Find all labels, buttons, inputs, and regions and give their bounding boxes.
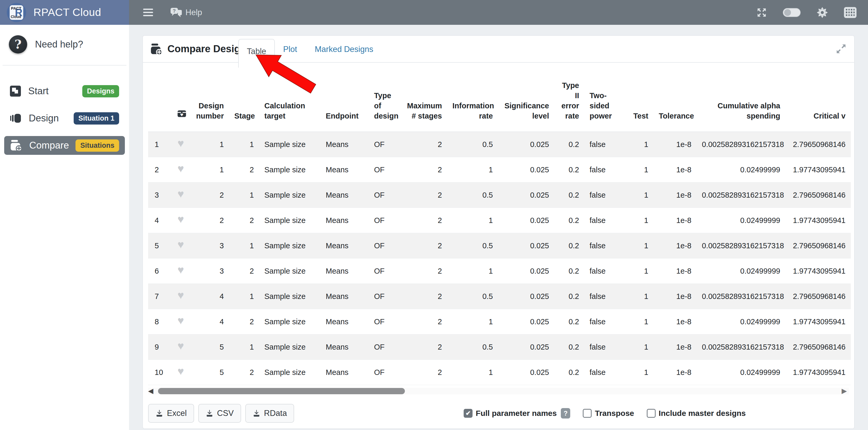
help-label: Help <box>185 8 202 17</box>
cell-critical-values: 2.79650968146 <box>785 284 851 309</box>
menu-icon[interactable] <box>143 9 153 16</box>
heart-icon[interactable]: ♥ <box>178 188 184 200</box>
checkbox-include-master-designs[interactable]: Include master designs <box>647 409 746 418</box>
theme-toggle[interactable] <box>783 8 801 17</box>
table-header-row: ♥ Design numberStageCalculation targetEn… <box>148 78 851 132</box>
scrollbar-thumb[interactable] <box>158 388 405 394</box>
heart-icon[interactable]: ♥ <box>178 213 184 225</box>
cell-endpoint: Means <box>320 334 369 360</box>
checkbox-unchecked-icon[interactable] <box>647 409 656 418</box>
checkbox-transpose[interactable]: Transpose <box>583 409 634 418</box>
sidebar-item-design[interactable]: Design Situation 1 <box>4 109 125 128</box>
table-row[interactable]: 5♥31Sample sizeMeansOF20.50.0250.2false1… <box>148 233 851 259</box>
col-header-type-2-error-rate[interactable]: Type II error rate <box>554 78 584 132</box>
heart-icon[interactable]: ♥ <box>178 315 184 327</box>
cell-significance-level: 0.025 <box>498 132 554 157</box>
table-options: ✔Full parameter names?TransposeInclude m… <box>464 408 746 419</box>
cell-stage: 2 <box>229 360 259 385</box>
table-row[interactable]: 1♥11Sample sizeMeansOF20.50.0250.2false1… <box>148 132 851 157</box>
table-row[interactable]: 6♥32Sample sizeMeansOF210.0250.2false11e… <box>148 259 851 284</box>
checkbox-checked-icon[interactable]: ✔ <box>464 409 472 418</box>
fullscreen-icon[interactable] <box>756 7 767 18</box>
cell-cumulative-alpha-spending: 0.02499999 <box>696 259 785 284</box>
cell-test: 1 <box>627 259 654 284</box>
table-row[interactable]: 3♥21Sample sizeMeansOF20.50.0250.2false1… <box>148 183 851 208</box>
expand-card-icon[interactable] <box>835 42 847 55</box>
export-rdata-button[interactable]: RData <box>245 404 294 423</box>
grid-columns-icon[interactable] <box>844 7 857 18</box>
cell-tolerance: 1e-8 <box>654 157 696 183</box>
cell-information-rate: 0.5 <box>447 284 498 309</box>
col-header-type-of-design[interactable]: Type of design <box>369 78 400 132</box>
tab-table[interactable]: Table <box>238 39 275 68</box>
heart-icon[interactable]: ♥ <box>178 238 184 251</box>
heart-icon[interactable]: ♥ <box>178 365 184 377</box>
tab-marked-designs[interactable]: Marked Designs <box>315 36 373 63</box>
heart-icon[interactable]: ♥ <box>178 340 184 352</box>
col-header-calculation-target[interactable]: Calculation target <box>259 78 320 132</box>
col-header-test[interactable]: Test <box>627 78 654 132</box>
table-row[interactable]: 8♥42Sample sizeMeansOF210.0250.2false11e… <box>148 309 851 334</box>
col-header-information-rate[interactable]: Information rate <box>447 78 498 132</box>
cell-tolerance: 1e-8 <box>654 360 696 385</box>
col-header-critical-values[interactable]: Critical v <box>785 78 851 132</box>
need-help-link[interactable]: ? Need help? <box>0 25 129 65</box>
col-header-cumulative-alpha-spending[interactable]: Cumulative alpha spending <box>696 78 785 132</box>
checkbox-full-parameter-names[interactable]: ✔Full parameter names? <box>464 408 570 419</box>
scroll-left-arrow[interactable]: ◀ <box>148 387 153 395</box>
table-row[interactable]: 4♥22Sample sizeMeansOF210.0250.2false11e… <box>148 208 851 233</box>
svg-text:♥: ♥ <box>180 113 184 117</box>
svg-text:?: ? <box>173 8 176 13</box>
cell-cumulative-alpha-spending: 0.02499999 <box>696 208 785 233</box>
cell-critical-values: 2.79650968146 <box>785 233 851 259</box>
cell-two-sided-power: false <box>584 259 627 284</box>
cell-two-sided-power: false <box>584 309 627 334</box>
scroll-right-arrow[interactable]: ▶ <box>842 387 847 395</box>
tab-plot[interactable]: Plot <box>283 36 297 63</box>
checkbox-unchecked-icon[interactable] <box>583 409 592 418</box>
sidebar-item-start[interactable]: Start Designs <box>4 82 125 101</box>
question-circle-icon: ? <box>9 35 27 54</box>
col-header-two-sided-power[interactable]: Two-sided power <box>584 78 627 132</box>
rpact-cloud-app: R PACT Cloud RPACT Cloud ? Help <box>0 0 868 430</box>
cell-type-2-error-rate: 0.2 <box>554 259 584 284</box>
col-header-maximum-stages[interactable]: Maximum # stages <box>400 78 447 132</box>
export-csv-button[interactable]: CSV <box>198 404 241 423</box>
heart-icon[interactable]: ♥ <box>178 162 184 175</box>
cell-test: 1 <box>627 309 654 334</box>
cell-information-rate: 0.5 <box>447 132 498 157</box>
heart-icon[interactable]: ♥ <box>178 289 184 301</box>
sidebar-item-compare[interactable]: Compare Situations <box>4 136 125 155</box>
cell-row-index: 6 <box>148 259 172 284</box>
help-menu-item[interactable]: ? Help <box>170 7 202 18</box>
cell-type-2-error-rate: 0.2 <box>554 208 584 233</box>
cell-mark: ♥ <box>172 208 190 233</box>
cell-calculation-target: Sample size <box>259 360 320 385</box>
help-badge-icon[interactable]: ? <box>561 408 570 419</box>
export-excel-button[interactable]: Excel <box>148 404 194 423</box>
cell-two-sided-power: false <box>584 183 627 208</box>
cell-type-2-error-rate: 0.2 <box>554 157 584 183</box>
table-row[interactable]: 10♥52Sample sizeMeansOF210.0250.2false11… <box>148 360 851 385</box>
col-header-significance-level[interactable]: Significance level <box>498 78 554 132</box>
cell-tolerance: 1e-8 <box>654 233 696 259</box>
col-header-stage[interactable]: Stage <box>229 78 259 132</box>
sidebar-item-label: Compare <box>29 140 69 151</box>
col-header-tolerance[interactable]: Tolerance <box>654 78 696 132</box>
table-row[interactable]: 9♥51Sample sizeMeansOF20.50.0250.2false1… <box>148 334 851 360</box>
chat-question-icon: ? <box>170 7 182 18</box>
cell-cumulative-alpha-spending: 0.002582893162157318 <box>696 233 785 259</box>
heart-icon[interactable]: ♥ <box>178 137 184 149</box>
heart-icon[interactable]: ♥ <box>178 264 184 276</box>
col-header-endpoint[interactable]: Endpoint <box>320 78 369 132</box>
col-header-design-number[interactable]: Design number <box>190 78 229 132</box>
cell-significance-level: 0.025 <box>498 334 554 360</box>
horizontal-scrollbar[interactable]: ◀ ▶ <box>148 388 849 395</box>
table-row[interactable]: 7♥41Sample sizeMeansOF20.50.0250.2false1… <box>148 284 851 309</box>
cell-stage: 2 <box>229 309 259 334</box>
cell-calculation-target: Sample size <box>259 334 320 360</box>
cell-stage: 2 <box>229 208 259 233</box>
table-row[interactable]: 2♥12Sample sizeMeansOF210.0250.2false11e… <box>148 157 851 183</box>
sidebar-item-label: Start <box>28 86 49 97</box>
settings-gear-icon[interactable] <box>816 6 828 19</box>
